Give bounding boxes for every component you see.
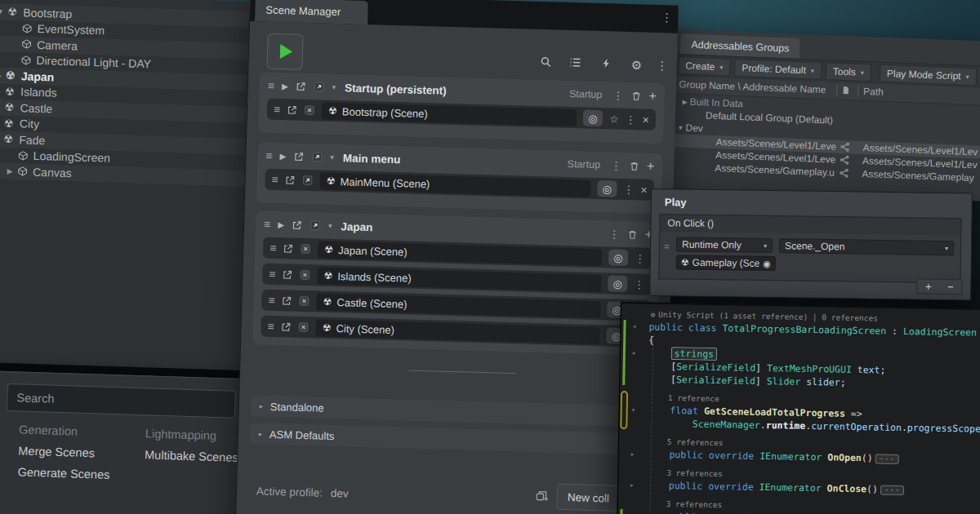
trash-icon[interactable] [629, 161, 639, 171]
add-scene-icon[interactable]: + [647, 159, 655, 174]
drag-handle-icon[interactable]: ≡ [271, 173, 278, 186]
scene-name-field[interactable]: ☢Bootstrap (Scene) [322, 102, 577, 126]
drag-handle-icon[interactable]: ≡ [268, 294, 275, 307]
event-mode-dropdown[interactable]: Runtime Only ▾ [676, 237, 773, 253]
chevron-down-icon[interactable]: ▼ [0, 7, 7, 16]
pick-target-icon[interactable]: ◎ [608, 275, 628, 292]
object-picker-icon[interactable]: ◉ [763, 258, 771, 268]
open-scene-icon[interactable] [310, 219, 321, 231]
pick-target-icon[interactable]: ◎ [583, 109, 604, 126]
chevron-down-icon[interactable]: ▼ [675, 124, 685, 131]
close-icon[interactable]: × [642, 113, 649, 126]
fold-expand-icon[interactable]: ▸ [627, 509, 645, 514]
fold-expand-icon[interactable]: ▸ [629, 447, 647, 460]
open-additive-icon[interactable] [283, 243, 293, 254]
menu-item-merge-scenes[interactable]: Merge Scenes [18, 444, 110, 460]
more-icon[interactable]: ⋮ [657, 59, 668, 72]
pick-target-icon[interactable]: ◎ [597, 180, 617, 197]
more-icon[interactable]: ⋮ [611, 159, 621, 171]
share-icon[interactable] [840, 155, 849, 165]
play-collection-icon[interactable]: ▶ [278, 220, 284, 229]
menu-item-multibake-scenes[interactable]: Multibake Scenes [145, 448, 238, 464]
lightning-icon[interactable] [601, 57, 612, 69]
scene-name-field[interactable]: ☢City (Scene) [315, 319, 599, 344]
trash-icon[interactable] [626, 229, 637, 240]
drag-handle-icon[interactable]: ≡ [269, 268, 276, 281]
more-icon[interactable]: ⋮ [634, 278, 644, 290]
search-icon[interactable] [540, 55, 552, 68]
drag-handle-icon[interactable]: ≡ [270, 241, 277, 255]
more-icon[interactable]: ⋮ [635, 252, 645, 264]
chevron-down-icon[interactable]: ▾ [330, 153, 334, 162]
drag-handle[interactable]: = [664, 241, 670, 252]
open-additive-icon[interactable] [282, 295, 292, 306]
pick-target-icon[interactable]: ◎ [608, 249, 629, 266]
star-icon[interactable]: ☆ [609, 113, 619, 125]
drag-handle-icon[interactable]: ≡ [267, 320, 274, 333]
fold-collapse-icon[interactable]: ▾ [630, 320, 648, 333]
code-token[interactable]: ··· [880, 485, 904, 496]
box-arrow-icon[interactable] [302, 175, 314, 186]
event-object-field[interactable]: ☢ Gameplay (Scene ◉ [676, 255, 776, 271]
chevron-down-icon[interactable]: ▾ [332, 83, 336, 91]
more-icon[interactable]: ⋮ [612, 89, 623, 101]
menu-item-generate-scenes[interactable]: Generate Scenes [17, 465, 109, 481]
trash-icon[interactable] [630, 91, 641, 101]
toolbar-button-play-mode-script[interactable]: Play Mode Script▾ [879, 64, 976, 86]
panel-menu-icon[interactable]: ⋮ [661, 11, 672, 24]
x-box-icon[interactable] [298, 321, 310, 333]
section-asm-defaults[interactable]: ▸ ASM Defaults [250, 423, 656, 455]
open-additive-icon[interactable] [292, 219, 302, 230]
search-input[interactable] [7, 383, 236, 419]
open-additive-icon[interactable] [282, 269, 292, 280]
open-additive-icon[interactable] [287, 104, 297, 115]
close-icon[interactable]: × [640, 183, 648, 196]
chevron-down-icon[interactable]: ▾ [328, 222, 332, 230]
fold-collapse-icon[interactable]: ▾ [630, 403, 648, 416]
scene-name-field[interactable]: ☢MainMenu (Scene) [320, 172, 591, 197]
toolbar-button-profile-default[interactable]: Profile: Default▾ [734, 59, 822, 80]
chevron-right-icon[interactable]: ▶ [679, 98, 689, 105]
open-additive-icon[interactable] [281, 321, 292, 332]
play-collection-icon[interactable]: ▶ [279, 152, 286, 161]
play-collection-icon[interactable]: ▶ [282, 82, 288, 91]
chevron-right-icon[interactable]: ▶ [2, 166, 17, 175]
x-box-icon[interactable] [298, 295, 310, 307]
more-icon[interactable]: ⋮ [608, 228, 619, 240]
drag-handle-icon[interactable]: ≡ [268, 79, 275, 92]
list-icon[interactable] [569, 56, 581, 69]
x-box-icon[interactable] [300, 243, 311, 255]
open-additive-icon[interactable] [293, 151, 304, 162]
scene-name-field[interactable]: ☢Castle (Scene) [316, 293, 600, 318]
add-scene-icon[interactable]: + [648, 89, 657, 104]
new-collection-icon[interactable] [536, 490, 549, 503]
share-icon[interactable] [840, 142, 850, 152]
remove-event-button[interactable]: − [939, 280, 961, 294]
column-settings-icon[interactable] [841, 86, 850, 95]
scene-name-field[interactable]: ☢Islands (Scene) [317, 267, 601, 292]
open-additive-icon[interactable] [285, 175, 296, 185]
more-icon[interactable]: ⋮ [625, 113, 635, 125]
toolbar-button-tools[interactable]: Tools▾ [826, 62, 872, 82]
gear-icon[interactable]: ⚙ [630, 58, 642, 73]
x-box-icon[interactable] [299, 269, 310, 281]
fold-expand-icon[interactable]: ▸ [630, 346, 648, 359]
drag-handle-icon[interactable]: ≡ [265, 149, 273, 162]
section-standalone[interactable]: ▸ Standalone [251, 395, 657, 428]
event-method-dropdown[interactable]: Scene._Open ▾ [779, 238, 954, 255]
share-icon[interactable] [839, 168, 849, 178]
open-scene-icon[interactable] [311, 151, 323, 162]
scene-row-city-scene-[interactable]: ≡☢City (Scene)◎⋮ [261, 316, 650, 348]
fold-expand-icon[interactable]: ▸ [628, 478, 646, 491]
toolbar-button-create[interactable]: Create▾ [678, 56, 731, 76]
code-token[interactable]: ··· [875, 454, 899, 464]
column-group-name[interactable]: Group Name \ Addressable Name [679, 78, 826, 95]
drag-handle-icon[interactable]: ≡ [264, 218, 271, 231]
x-box-icon[interactable] [304, 104, 315, 116]
more-icon[interactable]: ⋮ [623, 183, 634, 195]
play-scenes-button[interactable] [266, 33, 303, 70]
column-path[interactable]: Path [863, 86, 884, 98]
add-event-button[interactable]: + [917, 280, 939, 294]
tab-scene-manager[interactable]: Scene Manager [255, 0, 368, 24]
open-additive-icon[interactable] [296, 81, 306, 91]
